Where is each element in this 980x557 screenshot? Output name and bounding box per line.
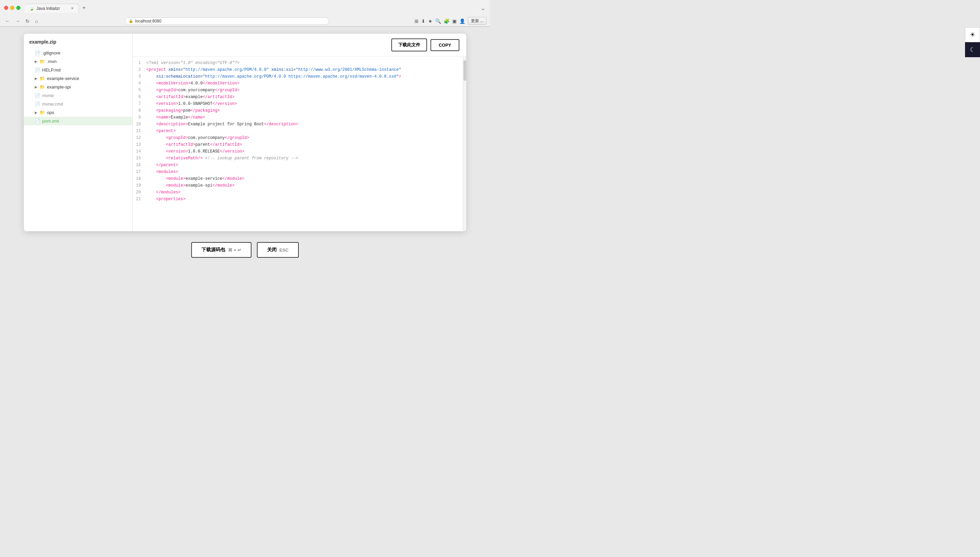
tree-item-ops[interactable]: ▶ 📁 ops: [24, 108, 132, 117]
tab-close-button[interactable]: ✕: [71, 6, 74, 11]
file-tree: example.zip 📄 .gitignore ▶ 📁 .mvn 📄 HELP…: [24, 34, 133, 231]
address-bar-row: ← → ↻ ⌂ 🔒 localhost:8080 ⊞ ⬇ ★ 🔍 🧩 ▣ 👤 更…: [0, 16, 490, 26]
line-number: 5: [133, 87, 146, 94]
code-line-4: 4 <modelVersion>4.0.0</modelVersion>: [133, 80, 466, 87]
code-line-9: 9 <name>Example</name>: [133, 114, 466, 121]
active-tab[interactable]: 🍃 Java Initializr ✕: [24, 4, 79, 13]
copy-button[interactable]: COPY: [430, 39, 459, 51]
file-icon: 📄: [35, 93, 40, 98]
file-icon: 📄: [35, 67, 40, 73]
line-code: <properties>: [146, 196, 185, 203]
line-number: 4: [133, 80, 146, 87]
line-code: <description>Example project for Spring …: [146, 121, 299, 128]
folder-icon: 📁: [39, 110, 45, 115]
profile-icon[interactable]: 👤: [459, 18, 465, 24]
forward-button[interactable]: →: [14, 18, 22, 24]
tree-item-helpmd[interactable]: 📄 HELP.md: [24, 66, 132, 74]
bottom-toolbar: 下载源码包 ⌘ + ↵ 关闭 ESC: [191, 237, 299, 263]
code-line-1: 1 <?xml version="1.0" encoding="UTF-8"?>: [133, 60, 466, 67]
line-number: 2: [133, 67, 146, 73]
code-line-20: 20 </modules>: [133, 189, 466, 196]
line-code: <relativePath/> <!-- lookup parent from …: [146, 155, 299, 162]
sidebar-icon[interactable]: ▣: [452, 18, 457, 24]
browser-toolbar-icons: ⊞ ⬇ ★ 🔍 🧩 ▣ 👤 更新 ...: [414, 17, 487, 25]
extensions-icon[interactable]: 🧩: [444, 18, 449, 24]
line-number: 13: [133, 142, 146, 148]
download-icon[interactable]: ⬇: [421, 18, 425, 24]
line-code: xsi:schemaLocation="http://maven.apache.…: [146, 73, 401, 80]
code-line-15: 15 <relativePath/> <!-- lookup parent fr…: [133, 155, 466, 162]
home-button[interactable]: ⌂: [33, 18, 39, 24]
window-controls: ⌄: [480, 4, 486, 12]
line-number: 10: [133, 121, 146, 128]
tree-item-label: mvnw: [42, 93, 54, 98]
url-text: localhost:8080: [135, 19, 161, 23]
line-number: 9: [133, 114, 146, 121]
tree-item-label: .mvn: [47, 59, 57, 64]
close-button[interactable]: 关闭 ESC: [257, 242, 299, 258]
line-code: <groupId>com.yourcompany</groupId>: [146, 135, 249, 141]
tree-item-mvn[interactable]: ▶ 📁 .mvn: [24, 57, 132, 66]
code-line-5: 5 <groupId>com.yourcompany</groupId>: [133, 87, 466, 94]
line-number: 1: [133, 60, 146, 67]
tree-item-label: .gitignore: [42, 50, 60, 55]
code-line-13: 13 <artifactId>parent</artifactId>: [133, 142, 466, 148]
tree-item-gitignore[interactable]: 📄 .gitignore: [24, 49, 132, 57]
translate-icon[interactable]: ⊞: [414, 18, 419, 24]
line-code: <name>Example</name>: [146, 114, 205, 121]
scrollbar-track[interactable]: [463, 57, 466, 231]
tab-title: Java Initializr: [36, 6, 60, 11]
line-number: 7: [133, 101, 146, 107]
update-button[interactable]: 更新 ...: [468, 17, 487, 25]
tree-item-example-service[interactable]: ▶ 📁 example-service: [24, 74, 132, 83]
line-code: <groupId>com.yourcompany</groupId>: [146, 87, 240, 94]
line-number: 19: [133, 182, 146, 189]
line-number: 17: [133, 169, 146, 175]
back-button[interactable]: ←: [3, 18, 11, 24]
download-file-button[interactable]: 下载此文件: [391, 39, 427, 51]
lock-icon: 🔒: [129, 19, 133, 23]
chevron-right-icon: ▶: [35, 85, 37, 89]
tree-item-label: HELP.md: [42, 67, 60, 73]
code-line-8: 8 <packaging>pom</packaging>: [133, 107, 466, 114]
file-icon: 📄: [35, 101, 40, 107]
download-source-button[interactable]: 下载源码包 ⌘ + ↵: [191, 242, 251, 258]
line-number: 18: [133, 176, 146, 182]
address-bar[interactable]: 🔒 localhost:8080: [125, 17, 329, 25]
code-line-3: 3 xsi:schemaLocation="http://maven.apach…: [133, 73, 466, 80]
code-line-17: 17 <modules>: [133, 169, 466, 176]
file-viewer-dialog: example.zip 📄 .gitignore ▶ 📁 .mvn 📄 HELP…: [24, 34, 466, 231]
line-code: <packaging>pom</packaging>: [146, 107, 220, 114]
tree-item-example-spi[interactable]: ▶ 📁 example-spi: [24, 83, 132, 91]
code-content[interactable]: 1 <?xml version="1.0" encoding="UTF-8"?>…: [133, 57, 466, 231]
folder-icon: 📁: [39, 76, 45, 81]
code-line-19: 19 <module>example-spi</module>: [133, 182, 466, 189]
code-line-18: 18 <module>example-service</module>: [133, 176, 466, 182]
line-number: 11: [133, 128, 146, 135]
maximize-traffic-light[interactable]: [16, 6, 20, 10]
tree-item-mvnw-cmd[interactable]: 📄 mvnw.cmd: [24, 100, 132, 108]
reload-button[interactable]: ↻: [24, 18, 31, 24]
line-code: <module>example-spi</module>: [146, 182, 234, 189]
code-line-12: 12 <groupId>com.yourcompany</groupId>: [133, 135, 466, 142]
close-traffic-light[interactable]: [4, 6, 8, 10]
tree-item-mvnw[interactable]: 📄 mvnw: [24, 91, 132, 100]
browser-chrome: 🍃 Java Initializr ✕ + ⌄ ← → ↻ ⌂ 🔒 localh…: [0, 0, 490, 27]
download-shortcut-hint: ⌘ + ↵: [228, 248, 241, 252]
line-code: <artifactId>example</artifactId>: [146, 94, 234, 101]
file-icon: 📄: [35, 50, 40, 55]
tree-item-label: example-spi: [47, 85, 71, 90]
new-tab-button[interactable]: +: [79, 3, 89, 13]
chevron-right-icon: ▶: [35, 60, 37, 64]
line-number: 21: [133, 196, 146, 203]
search-icon[interactable]: 🔍: [435, 18, 441, 24]
line-code: <parent>: [146, 128, 175, 135]
code-line-11: 11 <parent>: [133, 128, 466, 135]
bookmark-icon[interactable]: ★: [428, 18, 433, 24]
file-tree-title: example.zip: [24, 39, 132, 49]
tree-item-pom-xml[interactable]: 📄 pom.xml: [24, 117, 132, 125]
line-number: 15: [133, 155, 146, 162]
code-viewer: 下载此文件 COPY 1 <?xml version="1.0" encodin…: [133, 34, 466, 231]
scrollbar-thumb[interactable]: [464, 60, 466, 81]
minimize-traffic-light[interactable]: [10, 6, 14, 10]
